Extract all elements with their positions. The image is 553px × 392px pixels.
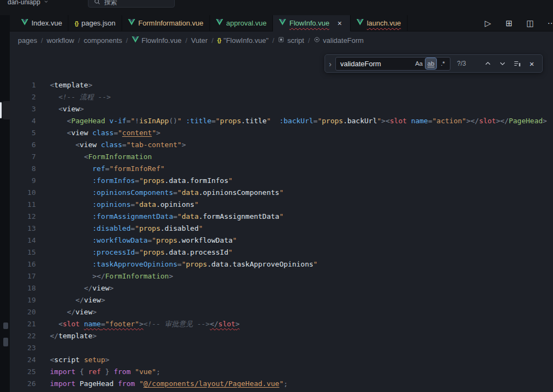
breadcrumb-item-validateForm[interactable]: validateForm [314,36,364,45]
code-line[interactable]: 19 </view> [10,294,553,306]
tab-launch.vue[interactable]: launch.vue [351,15,408,31]
code-line[interactable]: 17 ></FormInformation> [10,270,553,282]
code-text: :processId="props.data.processId" [50,246,233,258]
code-text: <view> [50,103,84,115]
line-number: 21 [10,318,36,330]
project-menu[interactable]: dan-uniapp [3,0,53,6]
breadcrumb-separator: / [185,36,187,45]
breadcrumb-item-FlowInfo.vue[interactable]: FlowInfo.vue [132,36,182,45]
run-or-debug-icon[interactable]: ⊞ [504,17,514,29]
code-line[interactable]: 5 <view class="content"> [10,127,553,139]
breadcrumb-item-script[interactable]: script [278,36,304,45]
previous-match-button[interactable] [482,58,494,69]
line-number: 22 [10,330,36,342]
code-text: <slot name="footer"><!-- 审批意见 --></slot> [50,318,239,330]
code-line[interactable]: 13 :disabled="props.disabled" [10,223,553,235]
activity-bar-item[interactable] [3,338,8,346]
search-label: 搜索 [104,0,117,7]
code-line[interactable]: 25import { ref } from "vue"; [10,366,553,378]
code-line[interactable]: 8 ref="formInfoRef" [10,163,553,175]
code-line[interactable]: 12 :formAssignmentData="data.formAssignm… [10,211,553,223]
code-line[interactable]: 6 <view class="tab-content"> [10,139,553,151]
breadcrumb-separator: / [308,36,310,45]
code-line[interactable]: 7 <FormInformation [10,151,553,163]
line-number: 2 [10,91,36,103]
global-search-box[interactable]: 搜索 [88,0,175,8]
code-line[interactable]: 21 <slot name="footer"><!-- 审批意见 --></sl… [10,318,553,330]
tab-pages.json[interactable]: {}pages.json [68,15,122,31]
breadcrumb-item-workflow[interactable]: workflow [47,36,74,45]
line-number: 25 [10,366,36,378]
find-widget: › validateForm Aa ab .* ?/3 × [325,54,543,73]
code-text: <template> [50,79,92,91]
editor-pane[interactable]: › validateForm Aa ab .* ?/3 × [10,49,553,392]
activity-bar-clipped [0,15,10,392]
code-text: import { ref } from "vue"; [50,366,161,378]
code-text: <PageHead v-if="!isInApp()" :title="prop… [50,115,547,127]
line-number: 1 [10,79,36,91]
json-braces-icon: {} [217,37,221,43]
tab-FormInformation.vue[interactable]: FormInformation.vue [122,15,210,31]
chevron-down-icon [43,0,49,6]
code-line[interactable]: 2 <!-- 流程 --> [10,91,553,103]
line-number: 12 [10,211,36,223]
code-line[interactable]: 3 <view> [10,103,553,115]
line-number: 6 [10,139,36,151]
close-tab-icon[interactable]: × [335,19,344,28]
tab-Index.vue[interactable]: Index.vue [15,15,68,31]
more-actions-icon[interactable]: ⋯ [546,17,553,29]
find-in-selection-button[interactable] [511,58,523,69]
code-line[interactable]: 26import PageHead from "@/components/lay… [10,378,553,390]
vue-icon [357,19,364,27]
code-line[interactable]: 11 :opinions="data.opinions" [10,199,553,211]
activity-bar-item[interactable] [3,323,8,329]
code-line[interactable]: 4 <PageHead v-if="!isInApp()" :title="pr… [10,115,553,127]
breadcrumb-item-components[interactable]: components [84,36,122,45]
code-line[interactable]: 9 :formInfos="props.data.formInfos" [10,175,553,187]
activity-bar-item[interactable] [2,101,10,119]
code-line[interactable]: 23 [10,342,553,354]
code-text: :formAssignmentData="data.formAssignment… [50,211,284,223]
code-text: </template> [50,330,97,342]
tab-label: launch.vue [367,19,401,27]
search-icon [94,0,100,7]
toggle-replace-icon[interactable]: › [326,59,334,68]
close-find-icon[interactable]: × [526,58,538,69]
code-line[interactable]: 15 :processId="props.data.processId" [10,246,553,258]
tab-label: FormInformation.vue [138,19,204,27]
tab-FlowInfo.vue[interactable]: FlowInfo.vue× [273,15,351,31]
code-line[interactable]: 20 </view> [10,306,553,318]
split-editor-icon[interactable]: ◫ [525,17,536,29]
regex-button[interactable]: .* [437,58,448,69]
breadcrumb-label: script [287,36,304,45]
line-number: 9 [10,175,36,187]
tab-approval.vue[interactable]: approval.vue [210,15,273,31]
match-case-button[interactable]: Aa [414,58,424,69]
tab-strip: Index.vue{}pages.jsonFormInformation.vue… [10,15,408,31]
code-line[interactable]: 16 :taskApproveOpinions="props.data.task… [10,258,553,270]
code-line[interactable]: 1<template> [10,79,553,91]
line-number: 5 [10,127,36,139]
whole-word-button[interactable]: ab [425,58,436,69]
breadcrumb-item-pages[interactable]: pages [18,36,37,45]
breadcrumb-item-Vuter[interactable]: Vuter [191,36,208,45]
breadcrumb-separator: / [212,36,214,45]
code-line[interactable]: 18 </view> [10,282,553,294]
titlebar: dan-uniapp 搜索 [0,0,553,15]
code-text: <script setup> [50,354,110,366]
code-line[interactable]: 24<script setup> [10,354,553,366]
symbol-module-icon [278,36,284,45]
code-text: <FormInformation [50,151,152,163]
vue-icon [21,19,28,27]
code-line[interactable]: 10 :opinionsComponents="data.opinionsCom… [10,187,553,199]
find-input[interactable]: validateForm Aa ab .* [335,57,450,71]
breadcrumb-separator: / [41,36,43,45]
breadcrumb-item-FlowInfo.vue[interactable]: {}"FlowInfo.vue" [217,36,269,45]
run-file-icon[interactable]: ▷ [482,17,493,29]
next-match-button[interactable] [497,58,508,69]
code-text: :taskApproveOpinions="props.data.taskApp… [50,258,317,270]
json-braces-icon: {} [74,20,78,27]
code-line[interactable]: 14 :workflowData="props.workflowData" [10,235,553,246]
code-text: ref="formInfoRef" [50,163,164,175]
code-line[interactable]: 22</template> [10,330,553,342]
